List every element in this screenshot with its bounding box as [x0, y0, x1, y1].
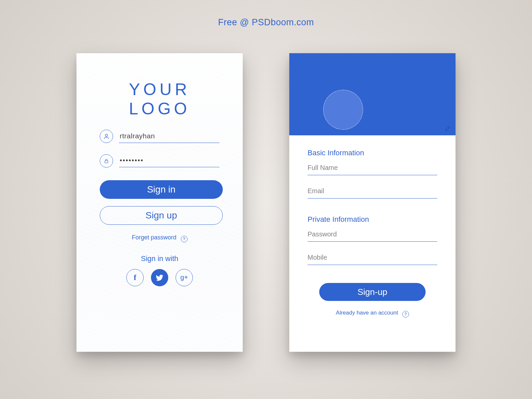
facebook-icon[interactable]: f [126, 269, 144, 286]
password-input[interactable] [119, 155, 219, 167]
username-row [100, 130, 219, 143]
login-content: YOUR LOGO Sign in Sign up Forget passwor… [76, 53, 243, 352]
already-account-row[interactable]: Already have an account ? [308, 310, 437, 318]
help-icon: ? [402, 311, 409, 318]
user-icon [100, 130, 113, 143]
svg-point-0 [105, 134, 108, 136]
forget-password-row[interactable]: Forget password ? [100, 234, 219, 242]
already-account-label: Already have an account [336, 310, 398, 316]
signup-submit-button[interactable]: Sign-up [319, 283, 426, 301]
signup-button[interactable]: Sign up [100, 206, 223, 225]
avatar-placeholder[interactable] [323, 90, 363, 130]
signup-card: Basic Information Private Information Si… [289, 53, 456, 352]
signin-button[interactable]: Sign in [100, 180, 223, 199]
googleplus-icon[interactable]: g+ [176, 269, 193, 286]
lock-icon [100, 154, 113, 168]
password-row [100, 154, 219, 168]
signup-header [289, 53, 456, 135]
mobile-input[interactable] [308, 250, 437, 265]
login-card: YOUR LOGO Sign in Sign up Forget passwor… [76, 53, 243, 352]
page-header-text: Free @ PSDboom.com [0, 17, 532, 28]
help-icon: ? [181, 236, 188, 242]
password-field[interactable] [308, 227, 437, 242]
basic-info-label: Basic Information [308, 149, 437, 157]
svg-rect-1 [105, 161, 108, 163]
fullname-input[interactable] [308, 161, 437, 175]
signup-content: Basic Information Private Information Si… [289, 135, 456, 318]
private-info-label: Private Information [308, 215, 437, 224]
social-signin-label: Sign in with [100, 254, 219, 263]
email-input[interactable] [308, 184, 437, 199]
forget-password-label: Forget password [132, 234, 176, 241]
social-row: f g+ [100, 269, 219, 286]
edit-icon[interactable] [444, 125, 452, 132]
twitter-icon[interactable] [151, 269, 168, 286]
username-input[interactable] [119, 130, 219, 143]
logo-text: YOUR LOGO [100, 80, 219, 118]
